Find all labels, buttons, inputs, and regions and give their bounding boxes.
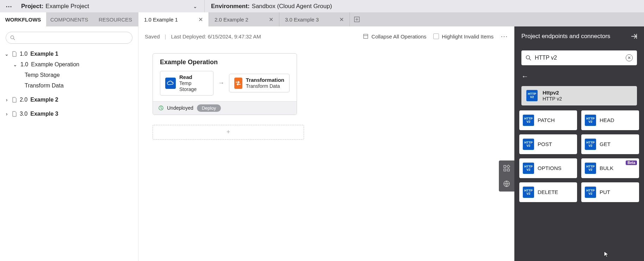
svg-rect-5 (507, 165, 510, 168)
card-post[interactable]: HTTPV2 POST (519, 134, 577, 154)
tab-components[interactable]: COMPONENTS (46, 12, 92, 26)
doc-tab-2[interactable]: 2.0 Example 2 ✕ (209, 12, 279, 26)
connector-result-httpv2[interactable]: HTTPV2 Httpv2 HTTP v2 (521, 86, 637, 105)
chevron-right-icon[interactable]: › (4, 111, 9, 117)
doc-tab-3[interactable]: 3.0 Example 3 ✕ (279, 12, 350, 26)
card-label: BULK (600, 165, 613, 171)
globe-icon[interactable] (499, 176, 514, 192)
http-v2-icon: HTTPV2 (523, 163, 534, 174)
env-label: Environment: (211, 3, 250, 10)
http-v2-icon: HTTPV2 (585, 187, 596, 198)
tab-resources[interactable]: RESOURCES (92, 12, 138, 26)
tree-node-1[interactable]: ⌄ 1.0 Example 1 (4, 49, 135, 59)
card-label: OPTIONS (538, 165, 562, 171)
tree-leaf-transform-data[interactable]: Transform Data (4, 80, 135, 91)
add-operation-dropzone[interactable]: + (153, 125, 304, 140)
activity-title: Read (179, 74, 208, 80)
more-options-icon[interactable]: ⋯ (501, 32, 508, 41)
card-options[interactable]: HTTPV2 OPTIONS (519, 158, 577, 178)
canvas: Saved | Last Deployed: 6/15/2024, 9:47:3… (138, 26, 514, 261)
card-label: HEAD (600, 117, 614, 123)
svg-rect-4 (504, 165, 506, 168)
chevron-down-icon[interactable]: ⌄ (4, 51, 9, 57)
tree-node-2[interactable]: › 2.0 Example 2 (4, 95, 135, 105)
back-row: ← (514, 67, 644, 83)
widgets-icon[interactable] (499, 160, 514, 176)
left-tabs: WORKFLOWS COMPONENTS RESOURCES (0, 12, 138, 26)
card-bulk[interactable]: HTTPV2 BULK Beta (581, 158, 639, 178)
result-title: Httpv2 (543, 90, 562, 96)
http-v2-icon: HTTPV2 (526, 90, 538, 101)
card-get[interactable]: HTTPV2 GET (581, 134, 639, 154)
http-v2-icon: HTTPV2 (523, 187, 534, 198)
doc-tab-label: 3.0 Example 3 (285, 17, 319, 23)
highlight-invalid-toggle[interactable]: Highlight Invalid Items (433, 34, 494, 40)
canvas-header: Saved | Last Deployed: 6/15/2024, 9:47:3… (138, 26, 514, 46)
card-delete[interactable]: HTTPV2 DELETE (519, 182, 577, 202)
transform-icon (234, 78, 242, 89)
doc-tab-1[interactable]: 1.0 Example 1 ✕ (138, 12, 209, 26)
undeployed-icon (159, 105, 163, 110)
search-icon (526, 55, 531, 61)
operation-card[interactable]: Example Operation Read Temp Storage → (153, 53, 297, 115)
card-label: GET (600, 141, 611, 147)
deploy-status: Undeployed (167, 105, 193, 111)
cloud-icon (165, 78, 176, 89)
chevron-down-icon[interactable]: ⌄ (193, 4, 197, 9)
env-name: Sandbox (Cloud Agent Group) (252, 3, 332, 10)
tree-node-num: 1.0 (20, 51, 27, 57)
http-v2-icon: HTTPV2 (585, 115, 596, 126)
back-arrow-icon[interactable]: ← (521, 72, 528, 80)
beta-badge: Beta (626, 160, 637, 165)
card-label: PUT (600, 189, 610, 195)
deploy-button[interactable]: Deploy (197, 104, 221, 112)
sidebar: ⌄ 1.0 Example 1 ⌄ 1.0 Example Operation … (0, 26, 138, 261)
file-icon (12, 111, 17, 117)
environment-info: Environment: Sandbox (Cloud Agent Group) (205, 3, 332, 10)
project-name: Example Project (45, 3, 89, 10)
tree-node-1-op[interactable]: ⌄ 1.0 Example Operation (4, 59, 135, 70)
file-icon (12, 97, 17, 103)
tree-leaf-label: Transform Data (25, 83, 64, 89)
plus-icon: + (227, 128, 230, 136)
close-icon[interactable]: ✕ (269, 16, 273, 23)
activity-subtitle: Transform Data (246, 83, 284, 89)
add-tab-button[interactable] (350, 12, 364, 26)
close-icon[interactable]: ✕ (198, 16, 203, 23)
activity-read[interactable]: Read Temp Storage (160, 71, 213, 96)
top-bar: ⋯ Project: Example Project ⌄ Environment… (0, 0, 644, 12)
mouse-cursor-icon (604, 251, 609, 257)
tab-workflows[interactable]: WORKFLOWS (0, 12, 46, 26)
chevron-right-icon[interactable]: › (4, 97, 9, 103)
sidebar-search[interactable] (6, 32, 132, 44)
last-deployed: Last Deployed: 6/15/2024, 9:47:32 AM (171, 34, 261, 40)
card-put[interactable]: HTTPV2 PUT (581, 182, 639, 202)
method-cards: HTTPV2 PATCH HTTPV2 HEAD HTTPV2 POST HTT… (519, 110, 639, 202)
card-head[interactable]: HTTPV2 HEAD (581, 110, 639, 130)
close-icon[interactable]: ✕ (339, 16, 344, 23)
chevron-down-icon[interactable]: ⌄ (13, 62, 18, 67)
http-v2-icon: HTTPV2 (523, 115, 534, 126)
collapse-all-button[interactable]: Collapse All Operations (363, 34, 426, 40)
project-selector[interactable]: Project: Example Project ⌄ (18, 3, 204, 10)
tree-node-3[interactable]: › 3.0 Example 3 (4, 109, 135, 119)
card-patch[interactable]: HTTPV2 PATCH (519, 110, 577, 130)
menu-dots-icon[interactable]: ⋯ (0, 2, 18, 10)
doc-tab-label: 1.0 Example 1 (144, 17, 178, 23)
panel-header: Project endpoints and connectors (514, 26, 644, 46)
file-icon (12, 51, 17, 57)
tree-node-num: 3.0 (20, 111, 27, 117)
operation-footer: Undeployed Deploy (153, 101, 297, 115)
operation-body: Read Temp Storage → Transformation Trans… (153, 69, 297, 101)
connector-search[interactable]: ✕ (521, 50, 637, 65)
connector-search-input[interactable] (535, 55, 622, 61)
saved-status: Saved (145, 34, 160, 40)
tree-node-label: Example 3 (30, 111, 58, 117)
collapse-icon (363, 34, 369, 39)
collapse-panel-icon[interactable] (630, 34, 637, 39)
activity-transformation[interactable]: Transformation Transform Data (229, 74, 290, 92)
checkbox-icon[interactable] (433, 34, 439, 39)
canvas-mini-toolbar (499, 160, 514, 192)
clear-search-icon[interactable]: ✕ (626, 54, 633, 61)
tree-leaf-temp-storage[interactable]: Temp Storage (4, 70, 135, 80)
